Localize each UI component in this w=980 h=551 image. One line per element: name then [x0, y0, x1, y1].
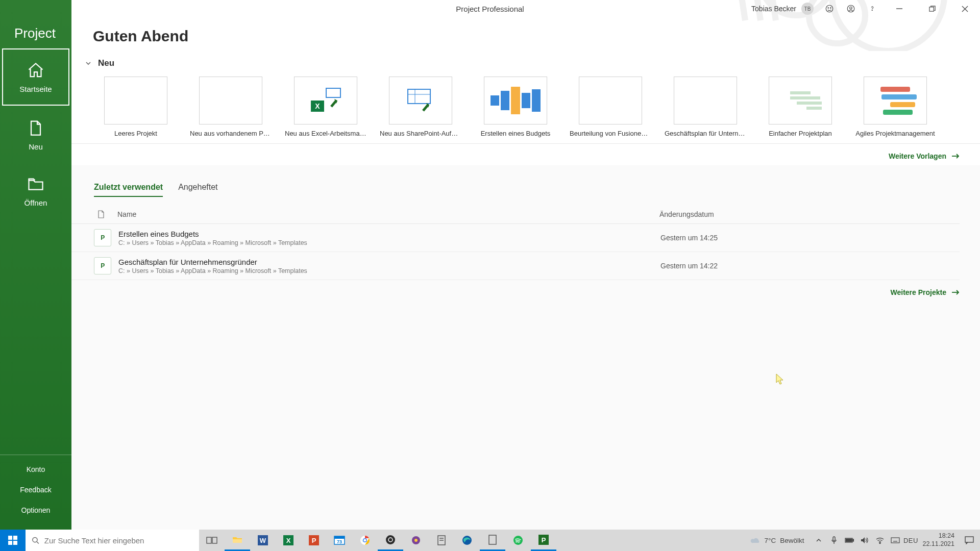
main-content: Guten Abend Neu Leeres Projekt Neu aus v…: [71, 17, 980, 530]
svg-rect-67: [965, 537, 973, 542]
app-icon[interactable]: [429, 530, 454, 551]
template-simple-plan[interactable]: Einfacher Projektplan: [769, 77, 832, 137]
svg-point-48: [414, 539, 418, 542]
taskbar-pinned-apps: W X P 73 P: [199, 530, 556, 551]
user-avatar-badge[interactable]: TB: [801, 3, 814, 15]
template-merger[interactable]: Beurteilung von Fusionen un...: [579, 77, 642, 137]
app-icon[interactable]: [403, 530, 429, 551]
more-templates-link[interactable]: Weitere Vorlagen: [71, 144, 980, 165]
svg-text:X: X: [315, 102, 320, 110]
obs-icon[interactable]: [378, 530, 403, 551]
taskbar: W X P 73 P 7°C Bewölkt DEU 18:24 22.11.2…: [0, 530, 980, 551]
nav-open-label: Öffnen: [24, 198, 47, 207]
tab-recent[interactable]: Zuletzt verwendet: [94, 183, 163, 197]
tray-expand-icon[interactable]: [811, 530, 826, 551]
start-button[interactable]: [0, 530, 26, 551]
column-name[interactable]: Name: [108, 210, 659, 218]
emoji-icon[interactable]: [820, 0, 839, 17]
arrow-right-icon: [951, 153, 960, 159]
new-section-label: Neu: [98, 58, 114, 68]
svg-rect-27: [13, 541, 17, 545]
taskbar-search-input[interactable]: [44, 536, 193, 545]
spotify-icon[interactable]: [505, 530, 531, 551]
template-thumb: [579, 77, 642, 124]
svg-text:73: 73: [337, 539, 342, 544]
project-file-icon: P: [94, 229, 111, 246]
more-projects-link[interactable]: Weitere Projekte: [71, 280, 980, 302]
action-center-icon[interactable]: [959, 530, 980, 551]
template-caption: Einfacher Projektplan: [760, 130, 841, 137]
template-from-excel[interactable]: X Neu aus Excel-Arbeitsmappe: [294, 77, 357, 137]
file-explorer-icon[interactable]: [225, 530, 250, 551]
template-caption: Neu aus SharePoint-Aufgab...: [380, 130, 461, 137]
chevron-down-icon[interactable]: [84, 59, 93, 68]
window-close-button[interactable]: [949, 0, 980, 17]
wifi-icon[interactable]: [872, 530, 888, 551]
user-name[interactable]: Tobias Becker: [748, 5, 799, 13]
search-icon: [32, 536, 39, 544]
powerpoint-icon[interactable]: P: [301, 530, 327, 551]
word-icon[interactable]: W: [250, 530, 276, 551]
input-language[interactable]: DEU: [903, 530, 918, 551]
nav-home[interactable]: Startseite: [2, 48, 69, 106]
recent-file-row[interactable]: P Geschäftsplan für Unternehmensgründer …: [71, 252, 960, 280]
svg-rect-40: [334, 536, 345, 539]
project-icon[interactable]: P: [531, 530, 556, 551]
template-from-existing[interactable]: Neu aus vorhandenem Projekt: [199, 77, 262, 137]
template-blank[interactable]: Leeres Projekt: [104, 77, 167, 137]
svg-rect-30: [207, 537, 211, 543]
weather-widget[interactable]: 7°C Bewölkt: [743, 530, 812, 551]
nav-new-label: Neu: [29, 142, 43, 151]
chrome-icon[interactable]: [352, 530, 378, 551]
excel-icon[interactable]: X: [276, 530, 301, 551]
svg-rect-25: [13, 536, 17, 540]
window-minimize-button[interactable]: [884, 0, 915, 17]
calendar-icon[interactable]: 73: [327, 530, 352, 551]
recent-file-row[interactable]: P Erstellen eines Budgets C: » Users » T…: [71, 224, 960, 252]
svg-rect-18: [326, 88, 340, 97]
template-thumb: [864, 77, 927, 124]
clock-date: 22.11.2021: [922, 540, 954, 548]
keyboard-icon[interactable]: [888, 530, 903, 551]
weather-temp: 7°C: [765, 537, 776, 544]
nav-options[interactable]: Optionen: [0, 500, 71, 520]
nav-new[interactable]: Neu: [0, 107, 71, 163]
svg-line-29: [37, 542, 39, 544]
template-gallery: Leeres Projekt Neu aus vorhandenem Proje…: [71, 73, 980, 144]
volume-icon[interactable]: [857, 530, 872, 551]
battery-icon[interactable]: [842, 530, 857, 551]
template-thumb: [199, 77, 262, 124]
svg-point-28: [33, 537, 37, 542]
column-date[interactable]: Änderungsdatum: [659, 210, 960, 218]
window-maximize-button[interactable]: [917, 0, 947, 17]
edge-icon[interactable]: [454, 530, 480, 551]
nav-open[interactable]: Öffnen: [0, 163, 71, 219]
svg-point-61: [879, 543, 880, 544]
file-date: Gestern um 14:25: [660, 234, 718, 242]
template-agile[interactable]: Agiles Projektmanagement: [864, 77, 927, 137]
microphone-icon[interactable]: [826, 530, 842, 551]
nav-feedback[interactable]: Feedback: [0, 480, 71, 500]
svg-point-11: [872, 10, 872, 10]
svg-rect-59: [853, 539, 854, 541]
project-file-icon: P: [94, 257, 111, 274]
template-from-sharepoint[interactable]: Neu aus SharePoint-Aufgab...: [389, 77, 452, 137]
template-budget[interactable]: Erstellen eines Budgets: [484, 77, 547, 137]
nav-account[interactable]: Konto: [0, 459, 71, 480]
app-icon[interactable]: [480, 530, 505, 551]
template-caption: Agiles Projektmanagement: [854, 130, 936, 137]
svg-point-45: [386, 535, 395, 544]
svg-rect-13: [929, 7, 933, 11]
greeting-heading: Guten Abend: [71, 17, 980, 52]
taskbar-clock[interactable]: 18:24 22.11.2021: [918, 530, 959, 551]
svg-rect-57: [833, 537, 835, 541]
template-business-plan[interactable]: Geschäftsplan für Unterneh...: [674, 77, 737, 137]
help-icon[interactable]: [863, 0, 882, 17]
svg-text:W: W: [260, 537, 266, 544]
account-icon[interactable]: [841, 0, 861, 17]
taskbar-search[interactable]: [26, 530, 199, 551]
svg-point-7: [828, 8, 829, 9]
task-view-icon[interactable]: [199, 530, 225, 551]
tab-pinned[interactable]: Angeheftet: [178, 183, 217, 197]
template-caption: Beurteilung von Fusionen un...: [570, 130, 651, 137]
